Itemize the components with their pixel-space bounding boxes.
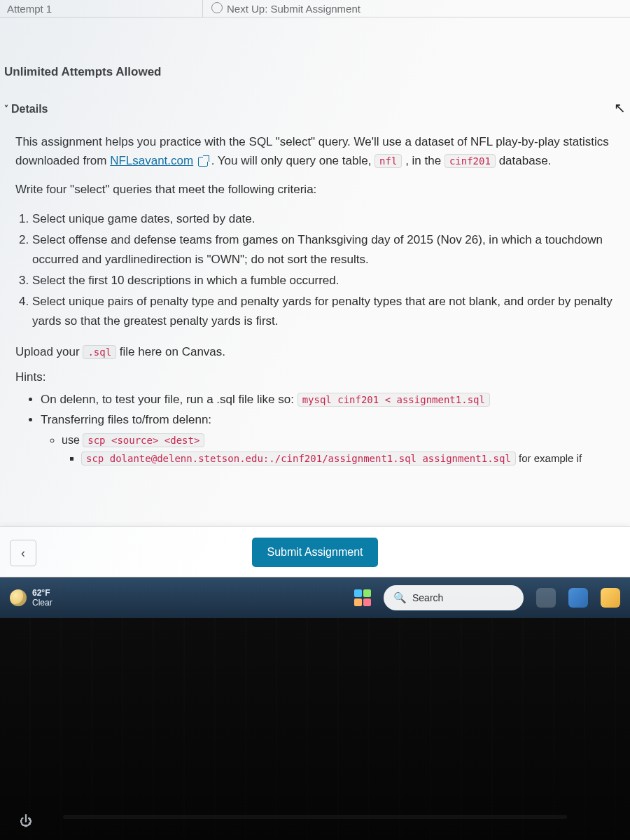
write-queries-line: Write four "select" queries that meet th… xyxy=(15,180,615,199)
hint-subsubitem: scp dolante@delenn.stetson.edu:./cinf201… xyxy=(81,449,615,468)
search-icon: 🔍 xyxy=(393,592,407,604)
nflsavant-link[interactable]: NFLsavant.com xyxy=(110,154,193,167)
back-button[interactable]: ‹ xyxy=(10,540,36,566)
upload-text-b: file here on Canvas. xyxy=(120,345,225,358)
taskbar-search[interactable]: 🔍 Search xyxy=(384,585,524,610)
start-button[interactable] xyxy=(354,589,371,606)
power-icon: ⏻ xyxy=(20,814,32,829)
criteria-list: Select unique game dates, sorted by date… xyxy=(3,209,627,331)
hint-item: Transferring files to/from delenn: use s… xyxy=(41,410,615,468)
weather-widget[interactable]: 62°F Clear xyxy=(10,588,52,608)
status-circle-icon xyxy=(211,2,223,13)
external-link-icon xyxy=(198,157,208,167)
submit-assignment-button[interactable]: Submit Assignment xyxy=(252,538,379,567)
hint-example-tail: for example if xyxy=(519,452,582,464)
upload-instruction: Upload your .sql file here on Canvas. xyxy=(3,341,627,363)
hints-heading: Hints: xyxy=(3,363,627,390)
weather-text: 62°F Clear xyxy=(32,588,52,608)
hint-text: On delenn, to test your file, run a .sql… xyxy=(41,393,298,406)
file-explorer-icon[interactable] xyxy=(601,588,620,608)
criteria-item: Select offense and defense teams from ga… xyxy=(32,230,615,270)
next-up-label: Next Up: Submit Assignment xyxy=(203,0,623,17)
action-bar: ‹ Submit Assignment xyxy=(0,526,630,577)
taskbar-app-icon[interactable] xyxy=(568,588,588,608)
hint-subitem: use scp <source> <dest> scp dolante@dele… xyxy=(62,430,615,468)
details-toggle[interactable]: ˅ Details xyxy=(3,88,627,122)
hint-text: Transferring files to/from delenn: xyxy=(41,413,211,426)
intro-text-b: . You will only query one table, xyxy=(211,154,374,167)
top-row: Attempt 1 Next Up: Submit Assignment xyxy=(0,0,630,18)
code-scp-usage: scp <source> <dest> xyxy=(83,433,204,447)
hints-list: On delenn, to test your file, run a .sql… xyxy=(3,390,627,468)
code-sql-ext: .sql xyxy=(83,345,116,359)
assignment-content: Unlimited Attempts Allowed ˅ Details Thi… xyxy=(0,18,630,468)
attempt-tab[interactable]: Attempt 1 xyxy=(7,0,203,17)
hint-use-text: use xyxy=(62,434,83,446)
intro-text-c: , in the xyxy=(405,154,444,167)
app-screen: Attempt 1 Next Up: Submit Assignment ↖ U… xyxy=(0,0,630,578)
criteria-item: Select unique game dates, sorted by date… xyxy=(32,209,615,229)
upload-text-a: Upload your xyxy=(15,345,83,358)
windows-taskbar: 62°F Clear 🔍 Search xyxy=(0,578,630,618)
criteria-item: Select the first 10 descriptions in whic… xyxy=(32,271,615,290)
hint-item: On delenn, to test your file, run a .sql… xyxy=(41,390,615,410)
criteria-item: Select unique pairs of penalty type and … xyxy=(32,292,615,331)
laptop-keyboard-area: ⏻ xyxy=(0,618,630,840)
intro-paragraph: This assignment helps you practice with … xyxy=(15,132,615,170)
code-scp-example: scp dolante@delenn.stetson.edu:./cinf201… xyxy=(81,451,516,465)
code-nfl: nfl xyxy=(374,154,402,168)
chevron-down-icon: ˅ xyxy=(4,104,8,114)
moon-icon xyxy=(10,589,27,606)
weather-condition: Clear xyxy=(32,598,52,608)
taskbar-app-icon[interactable] xyxy=(536,588,556,608)
code-cinf201: cinf201 xyxy=(444,154,496,168)
code-mysql-run: mysql cinf201 < assignment1.sql xyxy=(298,393,490,407)
chevron-left-icon: ‹ xyxy=(21,546,25,561)
cursor-icon: ↖ xyxy=(614,99,626,116)
attempts-allowed-label: Unlimited Attempts Allowed xyxy=(3,31,627,88)
weather-temp: 62°F xyxy=(32,588,52,598)
intro-text-d: database. xyxy=(499,154,552,167)
search-placeholder: Search xyxy=(412,592,443,603)
details-label: Details xyxy=(11,103,48,115)
